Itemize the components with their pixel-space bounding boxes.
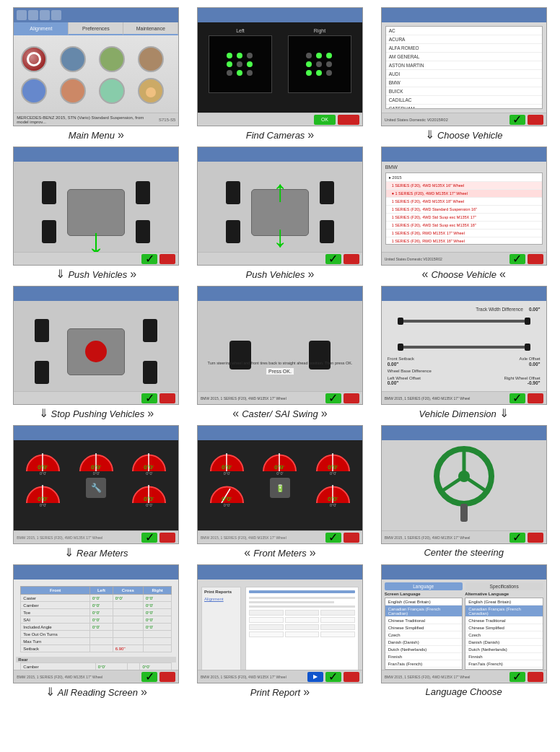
btn-ok-reading[interactable]: ✓ bbox=[141, 672, 157, 682]
meter-rl: 0°0' 0°0' bbox=[17, 478, 69, 507]
meter-rr: 0°0' 0°0' bbox=[124, 478, 175, 507]
label-row-print-report: Print Report » bbox=[191, 686, 369, 698]
svg-text:0°0': 0°0' bbox=[38, 496, 48, 502]
screenshot-choose-vehicle-1: AC ACURA ALFA ROMEO AM GENERAL ASTON MAR… bbox=[381, 7, 547, 126]
label-print-report: Print Report bbox=[250, 687, 300, 698]
rear-section-header: Rear bbox=[16, 657, 176, 663]
btn-ok-bmw[interactable]: ✓ bbox=[509, 254, 525, 264]
icon-help[interactable] bbox=[138, 46, 164, 72]
screen-lang-list[interactable]: English (Great Britain) Canadian Françai… bbox=[385, 598, 463, 670]
screenshot-front-meters: 0°0' 0°0' 0°0' 0°0' bbox=[197, 425, 363, 544]
icon-reports[interactable] bbox=[60, 46, 86, 72]
btn-ok-dim[interactable]: ✓ bbox=[509, 393, 525, 403]
alt-lang-label: Alternative Language bbox=[465, 592, 543, 596]
tab-alignment[interactable]: Alignment bbox=[14, 22, 69, 35]
label-row-rear-meters: ⇓ Rear Meters bbox=[7, 547, 185, 559]
front-setback-label: Front Setback bbox=[388, 357, 414, 361]
label-push-vehicles-2: Push Vehicles bbox=[246, 269, 305, 280]
btn-ok-front[interactable]: ✓ bbox=[325, 533, 341, 543]
front-meter-5: 0°0' 0°0' bbox=[307, 478, 359, 507]
screenshot-all-reading: Front Left Cross Right Caster 0°0' 0°0' bbox=[13, 564, 179, 683]
btn-ok-steering[interactable]: ✓ bbox=[509, 533, 525, 543]
screenshot-find-cameras: Left bbox=[197, 7, 363, 126]
specs-tab[interactable]: Specifications bbox=[465, 582, 543, 590]
btn-cancel-cameras[interactable] bbox=[338, 115, 359, 125]
btn-ok-lang[interactable]: ✓ bbox=[509, 672, 525, 682]
btn-cancel-bmw[interactable] bbox=[528, 254, 543, 264]
lang-tab[interactable]: Language bbox=[385, 582, 463, 590]
btn-ok-stop[interactable]: ✓ bbox=[141, 393, 157, 403]
btn-ok-caster[interactable]: ✓ bbox=[325, 393, 341, 403]
icon-person[interactable] bbox=[138, 78, 164, 104]
arrow-find-cameras: » bbox=[307, 129, 314, 141]
bmw-make: BMW bbox=[382, 162, 546, 171]
bmw-status: United States Domestic V02015R02 bbox=[385, 257, 507, 261]
print-alignment-link[interactable]: Alignment bbox=[204, 597, 238, 601]
btn-cancel-caster[interactable] bbox=[344, 393, 359, 403]
svg-rect-25 bbox=[460, 504, 468, 522]
push-arrow-up: ↑ bbox=[272, 176, 287, 206]
btn-cancel-rear[interactable] bbox=[159, 533, 175, 543]
screen-lang-label: Screen Language bbox=[385, 592, 463, 596]
cell-rear-meters: 0°0' 0°0' 0°0' 0°0' bbox=[7, 425, 185, 559]
bmw-model-list[interactable]: ▸ 2015 1 SERIES (F20), 4WD M135X 16" Whe… bbox=[385, 172, 543, 245]
arrow-caster-left: « bbox=[232, 408, 239, 419]
btn-print[interactable]: ▶ bbox=[307, 672, 323, 682]
wheel-base-label: Wheel Base Difference bbox=[388, 369, 432, 373]
screenshot-vehicle-dim: Track Width Difference 0.00" bbox=[381, 286, 547, 405]
btn-cancel-push1[interactable] bbox=[159, 254, 175, 264]
vehicle-status: United States Domestic V02015R02 bbox=[385, 118, 507, 122]
btn-ok-cameras[interactable]: OK bbox=[314, 115, 336, 125]
label-find-cameras: Find Cameras bbox=[246, 130, 305, 141]
btn-ok-print[interactable]: ✓ bbox=[325, 672, 341, 682]
svg-text:0°0': 0°0' bbox=[91, 464, 101, 471]
screenshot-center-steering: BMW 2015, 1 SERIES (F20), 4WD M135X 17" … bbox=[381, 425, 547, 544]
icon-vehicle[interactable] bbox=[60, 78, 86, 104]
axle-offset-label: Axle Offset bbox=[519, 357, 540, 361]
label-row-language-choose: Language Choose bbox=[375, 686, 553, 697]
svg-text:0°0': 0°0' bbox=[275, 464, 285, 471]
label-stop-pushing: Stop Pushing Vehicles bbox=[51, 408, 145, 419]
vehicle-list[interactable]: AC ACURA ALFA ROMEO AM GENERAL ASTON MAR… bbox=[385, 26, 543, 109]
arrow-reading-right: » bbox=[141, 686, 147, 698]
btn-cancel-steering[interactable] bbox=[528, 533, 543, 543]
steering-diagram bbox=[382, 440, 546, 527]
tab-preferences[interactable]: Preferences bbox=[69, 22, 123, 35]
arrow-print-right: » bbox=[303, 686, 310, 698]
btn-cancel-reading[interactable] bbox=[159, 672, 175, 682]
btn-ok-push2[interactable]: ✓ bbox=[325, 254, 341, 264]
icon-specs[interactable] bbox=[99, 78, 125, 104]
alt-lang-list[interactable]: English (Great Britain) Canadian Françai… bbox=[465, 598, 543, 670]
icon-settings[interactable] bbox=[99, 46, 125, 72]
camera-right-label: Right bbox=[314, 28, 325, 33]
cell-print-report: Print Reports Alignment bbox=[191, 564, 369, 698]
btn-cancel-push2[interactable] bbox=[344, 254, 359, 264]
btn-cancel-vehicle[interactable] bbox=[528, 115, 543, 125]
label-rear-meters: Rear Meters bbox=[76, 548, 128, 559]
icon-camera[interactable] bbox=[21, 78, 47, 104]
btn-ok-rear[interactable]: ✓ bbox=[141, 533, 157, 543]
btn-cancel-print[interactable] bbox=[344, 672, 359, 682]
arrow-left-choose-v1: ⇓ bbox=[425, 129, 434, 141]
tab-maintenance[interactable]: Maintenance bbox=[123, 22, 178, 35]
btn-cancel-lang[interactable] bbox=[528, 672, 543, 682]
label-row-all-reading: ⇓ All Reading Screen » bbox=[7, 686, 185, 698]
btn-cancel-front[interactable] bbox=[344, 533, 359, 543]
label-row-find-cameras: Find Cameras » bbox=[191, 129, 369, 141]
label-front-meters: Front Meters bbox=[253, 548, 307, 559]
print-reports-header: Print Reports bbox=[204, 590, 238, 594]
left-wheel-value: 0.00" bbox=[388, 380, 399, 385]
btn-cancel-stop[interactable] bbox=[159, 393, 175, 403]
arrow2-push-v1: » bbox=[130, 268, 136, 280]
meter-fl: 0°0' 0°0' bbox=[17, 446, 69, 476]
label-row-stop-pushing: ⇓ Stop Pushing Vehicles » bbox=[7, 408, 185, 419]
btn-cancel-dim[interactable] bbox=[528, 393, 543, 403]
btn-confirm-vehicle[interactable]: ✓ bbox=[509, 115, 525, 125]
icon-alignment[interactable] bbox=[21, 46, 47, 72]
cell-find-cameras: Left bbox=[191, 7, 369, 141]
label-language-choose: Language Choose bbox=[426, 686, 502, 697]
svg-text:0°0': 0°0' bbox=[328, 496, 338, 502]
svg-text:0°0': 0°0' bbox=[144, 464, 154, 471]
btn-ok-push1[interactable]: ✓ bbox=[141, 254, 157, 264]
label-row-caster-sai: « Caster/ SAI Swing » bbox=[191, 408, 369, 419]
